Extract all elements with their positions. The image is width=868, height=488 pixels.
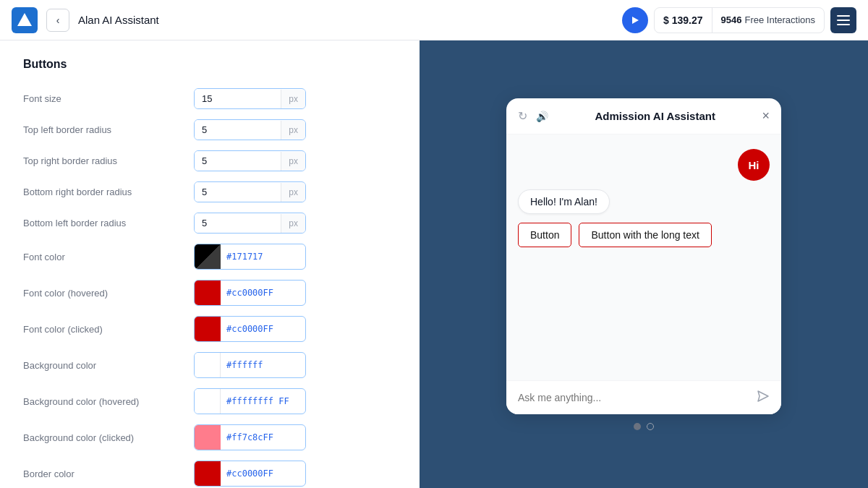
main-content: Buttons Font size px Top left border rad… [0, 40, 868, 488]
border-color-input[interactable] [221, 464, 305, 483]
svg-marker-2 [632, 17, 639, 24]
header-right-section: $ 139.27 9546 Free Interactions [622, 7, 856, 33]
bg-color-hovered-input[interactable] [221, 392, 305, 411]
bg-color-clicked-row: Background color (clicked) [23, 424, 402, 450]
bottom-left-radius-unit: px [281, 214, 305, 233]
chat-buttons: Button Button with the long text [518, 223, 770, 247]
font-color-clicked-label: Font color (clicked) [23, 324, 182, 335]
bottom-left-radius-row: Bottom left border radius px [23, 213, 402, 234]
font-color-clicked-input-group [194, 316, 306, 342]
font-color-clicked-row: Font color (clicked) [23, 316, 402, 342]
svg-rect-5 [837, 24, 850, 25]
font-size-row: Font size px [23, 88, 402, 109]
font-color-input-group [194, 244, 306, 270]
back-icon: ‹ [56, 14, 60, 26]
chat-close-button[interactable]: × [762, 108, 770, 124]
font-color-label: Font color [23, 252, 182, 262]
dot-1[interactable] [634, 423, 641, 430]
chat-input-area [506, 380, 781, 414]
top-left-radius-input-group: px [194, 119, 306, 140]
border-color-swatch[interactable] [195, 461, 221, 486]
bg-color-swatch[interactable] [195, 353, 221, 377]
top-left-radius-label: Top left border radius [23, 124, 182, 135]
interactions-count: 9546 [721, 14, 742, 25]
font-size-unit: px [281, 90, 305, 108]
font-size-input-group: px [194, 88, 306, 109]
font-color-hovered-swatch[interactable] [195, 281, 221, 305]
chat-header: ↻ 🔊 Admission AI Assistant × [506, 98, 781, 134]
page-title: Alan AI Assistant [78, 14, 613, 26]
bottom-right-radius-input[interactable] [195, 182, 281, 202]
bg-color-clicked-label: Background color (clicked) [23, 432, 182, 443]
bg-color-hovered-input-group [194, 388, 306, 414]
bottom-left-radius-label: Bottom left border radius [23, 218, 182, 228]
menu-button[interactable] [830, 7, 856, 33]
bottom-left-radius-input[interactable] [195, 213, 281, 233]
bottom-right-radius-row: Bottom right border radius px [23, 181, 402, 202]
top-right-radius-input-group: px [194, 150, 306, 171]
font-size-input[interactable] [195, 89, 281, 108]
dot-indicators [634, 423, 654, 430]
top-right-radius-label: Top right border radius [23, 155, 182, 166]
hi-bubble: Hi [738, 149, 770, 181]
credits-badge: $ 139.27 9546 Free Interactions [654, 7, 825, 33]
back-button[interactable]: ‹ [46, 9, 69, 32]
top-right-radius-row: Top right border radius px [23, 150, 402, 171]
chat-window: ↻ 🔊 Admission AI Assistant × Hi Hello! I… [506, 98, 781, 414]
font-color-input[interactable] [221, 247, 305, 266]
font-color-row: Font color [23, 244, 402, 270]
font-color-clicked-input[interactable] [221, 320, 305, 338]
font-color-clicked-swatch[interactable] [195, 317, 221, 341]
bg-color-row: Background color [23, 352, 402, 378]
bg-color-hovered-row: Background color (hovered) [23, 388, 402, 414]
bg-color-input[interactable] [221, 356, 305, 374]
bottom-right-radius-label: Bottom right border radius [23, 187, 182, 197]
font-color-hovered-row: Font color (hovered) [23, 280, 402, 306]
play-button[interactable] [622, 7, 648, 33]
top-left-radius-input[interactable] [195, 120, 281, 140]
chat-title: Admission AI Assistant [595, 110, 715, 122]
bg-color-input-group [194, 352, 306, 378]
bottom-left-radius-input-group: px [194, 213, 306, 234]
border-color-row: Border color [23, 461, 402, 487]
interactions-label: Free Interactions [744, 14, 815, 25]
bg-color-hovered-label: Background color (hovered) [23, 396, 182, 407]
refresh-icon[interactable]: ↻ [518, 109, 527, 123]
credits-amount: $ 139.27 [655, 8, 712, 33]
audio-icon[interactable]: 🔊 [536, 111, 548, 122]
top-right-radius-unit: px [281, 152, 305, 171]
bg-color-clicked-input-group [194, 424, 306, 450]
send-button[interactable] [757, 390, 770, 406]
chat-input[interactable] [518, 392, 751, 403]
left-panel: Buttons Font size px Top left border rad… [0, 40, 420, 488]
font-color-hovered-input-group [194, 280, 306, 306]
top-left-radius-row: Top left border radius px [23, 119, 402, 140]
border-color-label: Border color [23, 468, 182, 479]
top-left-radius-unit: px [281, 121, 305, 140]
font-color-swatch[interactable] [195, 244, 221, 269]
border-color-input-group [194, 461, 306, 487]
bottom-right-radius-unit: px [281, 183, 305, 202]
bg-color-clicked-swatch[interactable] [195, 425, 221, 450]
bg-color-clicked-input[interactable] [221, 428, 305, 447]
hello-bubble: Hello! I'm Alan! [518, 189, 610, 214]
dot-2[interactable] [647, 423, 654, 430]
logo [12, 7, 38, 33]
right-panel: ↻ 🔊 Admission AI Assistant × Hi Hello! I… [420, 40, 868, 488]
chat-button-2[interactable]: Button with the long text [579, 223, 711, 247]
bottom-right-radius-input-group: px [194, 181, 306, 202]
chat-header-icons: ↻ 🔊 [518, 109, 548, 123]
font-size-label: Font size [23, 93, 182, 104]
credits-interactions: 9546 Free Interactions [712, 8, 824, 33]
section-title: Buttons [23, 58, 402, 71]
app-header: ‹ Alan AI Assistant $ 139.27 9546 Free I… [0, 0, 868, 40]
font-color-hovered-label: Font color (hovered) [23, 288, 182, 299]
font-color-hovered-input[interactable] [221, 283, 305, 302]
svg-rect-4 [837, 20, 850, 21]
chat-body: Hi Hello! I'm Alan! Button Button with t… [506, 134, 781, 380]
bg-color-hovered-swatch[interactable] [195, 389, 221, 414]
bg-color-label: Background color [23, 360, 182, 371]
svg-rect-3 [837, 15, 850, 17]
top-right-radius-input[interactable] [195, 151, 281, 171]
chat-button-1[interactable]: Button [518, 223, 571, 247]
